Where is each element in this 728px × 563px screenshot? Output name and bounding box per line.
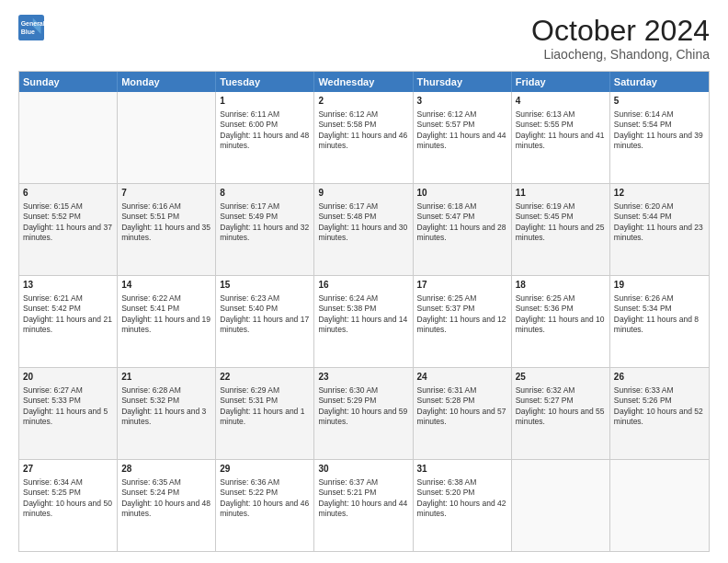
daylight-text: Daylight: 11 hours and 12 minutes. [417,315,507,336]
calendar-row-2: 13Sunrise: 6:21 AMSunset: 5:42 PMDayligh… [19,275,709,367]
sunrise-text: Sunrise: 6:37 AM [318,477,408,488]
weekday-header-saturday: Saturday [610,72,709,92]
logo: General Blue General Blue [18,15,44,40]
month-title: October 2024 [531,15,710,47]
calendar-cell-4-1: 28Sunrise: 6:35 AMSunset: 5:24 PMDayligh… [118,460,216,551]
day-number: 11 [516,187,606,200]
calendar-cell-1-6: 12Sunrise: 6:20 AMSunset: 5:44 PMDayligh… [610,184,709,275]
day-number: 25 [516,371,606,384]
day-number: 15 [220,279,310,292]
sunset-text: Sunset: 5:42 PM [23,304,113,314]
daylight-text: Daylight: 10 hours and 52 minutes. [614,407,705,428]
daylight-text: Daylight: 11 hours and 32 minutes. [220,223,310,244]
calendar-cell-1-5: 11Sunrise: 6:19 AMSunset: 5:45 PMDayligh… [512,184,610,275]
weekday-header-sunday: Sunday [19,72,118,92]
sunset-text: Sunset: 5:54 PM [614,120,705,130]
day-number: 8 [220,187,310,200]
sunset-text: Sunset: 5:25 PM [23,488,113,498]
calendar-cell-3-3: 23Sunrise: 6:30 AMSunset: 5:29 PMDayligh… [314,368,413,459]
daylight-text: Daylight: 10 hours and 50 minutes. [23,499,113,520]
calendar-cell-0-2: 1Sunrise: 6:11 AMSunset: 6:00 PMDaylight… [216,92,314,183]
sunset-text: Sunset: 5:24 PM [121,488,211,498]
day-number: 24 [417,371,507,384]
sunset-text: Sunset: 5:26 PM [614,396,705,406]
sunset-text: Sunset: 5:21 PM [318,488,408,498]
sunrise-text: Sunrise: 6:32 AM [516,385,606,396]
calendar-cell-1-1: 7Sunrise: 6:16 AMSunset: 5:51 PMDaylight… [118,184,216,275]
day-number: 27 [23,463,113,476]
day-number: 6 [23,187,113,200]
sunset-text: Sunset: 5:45 PM [516,212,606,222]
sunrise-text: Sunrise: 6:21 AM [23,293,113,304]
sunrise-text: Sunrise: 6:20 AM [614,201,705,212]
daylight-text: Daylight: 11 hours and 44 minutes. [417,131,507,152]
day-number: 18 [516,279,606,292]
sunrise-text: Sunrise: 6:31 AM [417,385,507,396]
day-number: 23 [318,371,408,384]
calendar-cell-3-4: 24Sunrise: 6:31 AMSunset: 5:28 PMDayligh… [414,368,512,459]
weekday-header-friday: Friday [512,72,610,92]
calendar-cell-3-2: 22Sunrise: 6:29 AMSunset: 5:31 PMDayligh… [216,368,314,459]
day-number: 4 [516,95,606,108]
daylight-text: Daylight: 11 hours and 28 minutes. [417,223,507,244]
daylight-text: Daylight: 11 hours and 41 minutes. [516,131,606,152]
sunset-text: Sunset: 5:37 PM [417,304,507,314]
daylight-text: Daylight: 10 hours and 42 minutes. [417,499,507,520]
daylight-text: Daylight: 11 hours and 46 minutes. [318,131,408,152]
calendar-cell-4-4: 31Sunrise: 6:38 AMSunset: 5:20 PMDayligh… [414,460,512,551]
day-number: 7 [121,187,211,200]
calendar-row-1: 6Sunrise: 6:15 AMSunset: 5:52 PMDaylight… [19,183,709,275]
sunset-text: Sunset: 5:52 PM [23,212,113,222]
day-number: 9 [318,187,408,200]
daylight-text: Daylight: 11 hours and 39 minutes. [614,131,705,152]
sunrise-text: Sunrise: 6:22 AM [121,293,211,304]
calendar-cell-3-0: 20Sunrise: 6:27 AMSunset: 5:33 PMDayligh… [19,368,118,459]
day-number: 22 [220,371,310,384]
daylight-text: Daylight: 10 hours and 59 minutes. [318,407,408,428]
day-number: 21 [121,371,211,384]
calendar-cell-1-0: 6Sunrise: 6:15 AMSunset: 5:52 PMDaylight… [19,184,118,275]
daylight-text: Daylight: 11 hours and 19 minutes. [121,315,211,336]
day-number: 1 [220,95,310,108]
location-subtitle: Liaocheng, Shandong, China [531,47,710,62]
day-number: 10 [417,187,507,200]
daylight-text: Daylight: 10 hours and 57 minutes. [417,407,507,428]
day-number: 12 [614,187,705,200]
sunrise-text: Sunrise: 6:28 AM [121,385,211,396]
calendar-row-4: 27Sunrise: 6:34 AMSunset: 5:25 PMDayligh… [19,459,709,551]
sunrise-text: Sunrise: 6:13 AM [516,109,606,120]
sunset-text: Sunset: 5:55 PM [516,120,606,130]
calendar-cell-2-3: 16Sunrise: 6:24 AMSunset: 5:38 PMDayligh… [314,276,413,367]
sunrise-text: Sunrise: 6:35 AM [121,477,211,488]
sunrise-text: Sunrise: 6:12 AM [318,109,408,120]
calendar-cell-4-6 [610,460,709,551]
daylight-text: Daylight: 11 hours and 21 minutes. [23,315,113,336]
calendar-page: General Blue General Blue October 2024 L… [0,0,728,563]
sunrise-text: Sunrise: 6:30 AM [318,385,408,396]
weekday-header-thursday: Thursday [414,72,512,92]
calendar-cell-3-5: 25Sunrise: 6:32 AMSunset: 5:27 PMDayligh… [512,368,610,459]
calendar-grid: SundayMondayTuesdayWednesdayThursdayFrid… [18,71,710,552]
sunset-text: Sunset: 5:38 PM [318,304,408,314]
sunset-text: Sunset: 5:22 PM [220,488,310,498]
daylight-text: Daylight: 11 hours and 5 minutes. [23,407,113,428]
calendar-cell-3-1: 21Sunrise: 6:28 AMSunset: 5:32 PMDayligh… [118,368,216,459]
sunrise-text: Sunrise: 6:16 AM [121,201,211,212]
title-block: October 2024 Liaocheng, Shandong, China [531,15,710,62]
sunset-text: Sunset: 5:33 PM [23,396,113,406]
svg-text:Blue: Blue [21,29,35,35]
calendar-cell-0-0 [19,92,118,183]
sunset-text: Sunset: 5:34 PM [614,304,705,314]
weekday-header-tuesday: Tuesday [216,72,314,92]
day-number: 14 [121,279,211,292]
calendar-cell-4-5 [512,460,610,551]
sunset-text: Sunset: 5:40 PM [220,304,310,314]
calendar-cell-2-4: 17Sunrise: 6:25 AMSunset: 5:37 PMDayligh… [414,276,512,367]
sunrise-text: Sunrise: 6:27 AM [23,385,113,396]
day-number: 17 [417,279,507,292]
daylight-text: Daylight: 11 hours and 35 minutes. [121,223,211,244]
sunrise-text: Sunrise: 6:18 AM [417,201,507,212]
sunset-text: Sunset: 5:58 PM [318,120,408,130]
calendar-cell-0-3: 2Sunrise: 6:12 AMSunset: 5:58 PMDaylight… [314,92,413,183]
weekday-header-monday: Monday [118,72,216,92]
